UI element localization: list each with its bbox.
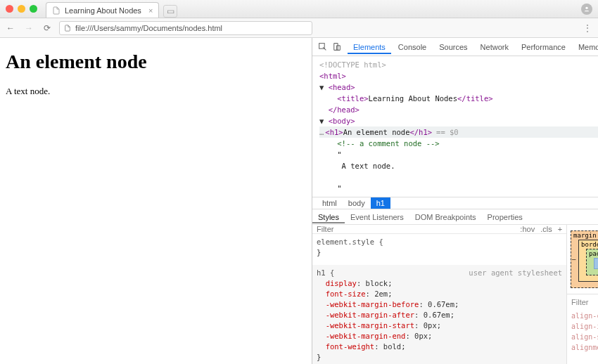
crumb-h1[interactable]: h1 xyxy=(371,197,390,209)
box-content-size: 642 × 37 xyxy=(594,258,598,269)
styles-filter-input[interactable] xyxy=(317,225,514,233)
tab-close-icon[interactable]: × xyxy=(148,6,153,15)
css-declaration[interactable]: -webkit-margin-before: 0.67em; xyxy=(317,299,562,310)
tab-elements[interactable]: Elements xyxy=(348,40,391,54)
styletab-styles[interactable]: Styles xyxy=(312,211,345,223)
ua-style-block[interactable]: user agent stylesheet h1 { display: bloc… xyxy=(312,265,566,364)
hov-toggle[interactable]: :hov xyxy=(520,225,535,233)
tab-network[interactable]: Network xyxy=(475,40,514,54)
css-declaration[interactable]: -webkit-margin-start: 0px; xyxy=(317,320,562,331)
add-rule-icon[interactable]: + xyxy=(558,225,562,233)
page-icon xyxy=(52,6,61,15)
css-declaration[interactable]: -webkit-margin-end: 0px; xyxy=(317,331,562,342)
computed-filter-label: Filter xyxy=(571,298,588,306)
dom-head-close[interactable]: </head> xyxy=(329,105,360,114)
computed-list[interactable]: align-contentnormal align-itemsnormal al… xyxy=(567,309,598,354)
computed-filter-bar: Filter Show all xyxy=(567,294,598,309)
page-viewport: An element node A text node. xyxy=(0,38,312,364)
css-declaration[interactable]: -webkit-margin-after: 0.67em; xyxy=(317,310,562,320)
devtools-panel: Elements Console Sources Network Perform… xyxy=(312,38,598,364)
new-tab-button[interactable]: ▭ xyxy=(163,5,177,18)
tab-console[interactable]: Console xyxy=(393,40,432,54)
dom-body-open[interactable]: <body> xyxy=(329,117,355,125)
dom-doctype[interactable]: <!DOCTYPE html> xyxy=(319,59,598,70)
tab-performance[interactable]: Performance xyxy=(516,40,571,54)
zoom-window-button[interactable] xyxy=(30,5,37,13)
svg-rect-2 xyxy=(333,44,337,51)
reload-button[interactable]: ⟳ xyxy=(41,22,53,34)
profile-avatar[interactable] xyxy=(581,4,592,15)
svg-point-0 xyxy=(585,6,587,8)
css-declaration[interactable]: display: block; xyxy=(317,278,562,289)
address-bar: ← → ⟳ file:///Users/sammy/Documents/node… xyxy=(0,18,598,38)
svg-rect-3 xyxy=(336,46,340,51)
inspect-icon[interactable] xyxy=(317,41,328,53)
forward-button[interactable]: → xyxy=(23,22,35,34)
dom-tree[interactable]: <!DOCTYPE html> <html> ▼ <head> <title>L… xyxy=(312,56,598,197)
dom-html-open[interactable]: <html> xyxy=(319,72,346,80)
crumb-body[interactable]: body xyxy=(343,197,371,209)
crumb-html[interactable]: html xyxy=(317,197,343,209)
url-box[interactable]: file:///Users/sammy/Documents/nodes.html xyxy=(59,21,312,35)
element-style-block[interactable]: element.style {} xyxy=(312,234,566,265)
devtools-tabs: Elements Console Sources Network Perform… xyxy=(348,40,598,54)
tab-strip: Learning About Nodes × ▭ xyxy=(46,0,177,18)
dom-head-open[interactable]: <head> xyxy=(329,83,355,91)
page-heading: An element node xyxy=(6,51,306,73)
styletab-dombreakpoints[interactable]: DOM Breakpoints xyxy=(409,211,482,223)
tab-sources[interactable]: Sources xyxy=(433,40,473,54)
browser-tab[interactable]: Learning About Nodes × xyxy=(46,2,159,18)
page-text: A text node. xyxy=(6,86,306,97)
close-window-button[interactable] xyxy=(6,5,13,13)
cls-toggle[interactable]: .cls xyxy=(540,225,552,233)
dom-title-open[interactable]: <title> xyxy=(337,94,368,103)
device-toggle-icon[interactable] xyxy=(331,41,342,53)
browser-menu-icon[interactable]: ⋮ xyxy=(581,22,594,34)
breadcrumb-bar: html body h1 xyxy=(312,197,598,209)
traffic-lights xyxy=(6,5,37,13)
devtools-toolbar: Elements Console Sources Network Perform… xyxy=(312,38,598,56)
css-declaration[interactable]: font-weight: bold; xyxy=(317,342,562,352)
styles-filter-bar: :hov .cls + xyxy=(312,225,566,234)
styletab-properties[interactable]: Properties xyxy=(482,211,528,223)
styles-tabbar: Styles Event Listeners DOM Breakpoints P… xyxy=(312,209,598,225)
tab-memory[interactable]: Memory xyxy=(573,40,598,54)
styletab-eventlisteners[interactable]: Event Listeners xyxy=(345,211,409,223)
css-declaration[interactable]: font-size: 2em; xyxy=(317,289,562,299)
window-titlebar: Learning About Nodes × ▭ xyxy=(0,0,598,18)
back-button[interactable]: ← xyxy=(4,22,17,34)
dom-comment[interactable]: <!-- a comment node --> xyxy=(337,139,439,148)
minimize-window-button[interactable] xyxy=(18,5,25,13)
url-text: file:///Users/sammy/Documents/nodes.html xyxy=(75,24,222,32)
tab-title: Learning About Nodes xyxy=(65,6,141,15)
dom-selected-h1[interactable]: … <h1>An element node</h1>== $0 xyxy=(319,126,598,138)
ua-stylesheet-label: user agent stylesheet xyxy=(469,268,562,278)
box-model[interactable]: margin 21.440 – – border – padding – 642… xyxy=(567,225,598,294)
file-icon xyxy=(64,25,71,32)
